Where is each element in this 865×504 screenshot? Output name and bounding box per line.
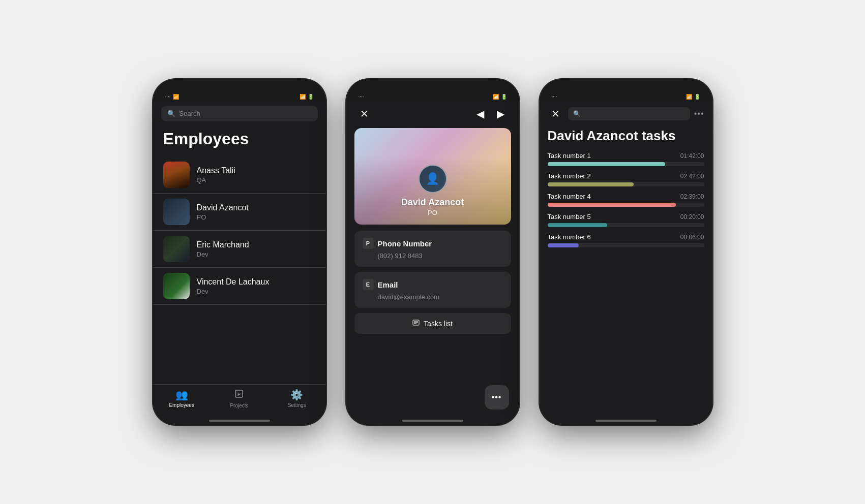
prev-button[interactable]: ◀	[472, 106, 489, 122]
tasks-header: ✕ 🔍 •••	[540, 102, 712, 124]
task-bar-bg-1	[548, 162, 704, 166]
notch-3	[593, 79, 659, 93]
tab-settings[interactable]: ⚙️ Settings	[268, 389, 325, 408]
task-row-1: Task number 1 01:42:00	[548, 152, 704, 160]
close-button[interactable]: ✕	[356, 106, 373, 122]
task-time-6: 00:06:00	[680, 234, 704, 241]
tasks-search-bar[interactable]: 🔍	[568, 107, 690, 120]
status-icons-left-1: ···· 📶	[165, 94, 179, 100]
employee-role-anass: QA	[197, 176, 316, 184]
phone-tasks: ···· 📶 🔋 ✕ 🔍 ••• David Azancot tasks	[540, 79, 712, 425]
employee-item-david[interactable]: David Azancot PO	[153, 194, 326, 231]
tab-bar: 👥 Employees P Projects ⚙️ Settings	[153, 384, 326, 425]
task-row-6: Task number 6 00:06:00	[548, 233, 704, 241]
employee-name-eric: Eric Marchand	[197, 240, 316, 249]
task-name-2: Task number 2	[548, 172, 591, 180]
task-item-6[interactable]: Task number 6 00:06:00	[548, 233, 704, 247]
tab-projects[interactable]: P Projects	[211, 389, 268, 408]
status-icons-right-1: 📶 🔋	[300, 94, 314, 100]
avatar-anass	[163, 162, 190, 188]
avatar-vincent	[163, 273, 190, 299]
employee-item-eric[interactable]: Eric Marchand Dev	[153, 231, 326, 268]
home-indicator-1	[209, 420, 270, 422]
task-time-1: 01:42:00	[680, 152, 704, 160]
search-placeholder: Search	[180, 110, 200, 117]
task-row-2: Task number 2 02:42:00	[548, 172, 704, 180]
employee-name-anass: Anass Talii	[197, 166, 316, 175]
task-bar-bg-6	[548, 243, 704, 247]
task-name-4: Task number 4	[548, 193, 591, 200]
employee-info-david: David Azancot PO	[197, 203, 316, 221]
task-bar-fill-5	[548, 223, 607, 227]
employee-item-vincent[interactable]: Vincent De Lachaux Dev	[153, 268, 326, 305]
tasks-search-icon: 🔍	[573, 110, 581, 117]
employee-role-david: PO	[197, 213, 316, 221]
nav-arrows: ◀ ▶	[472, 106, 509, 122]
task-bar-bg-4	[548, 203, 704, 207]
task-bar-fill-2	[548, 182, 634, 186]
svg-text:P: P	[237, 392, 241, 397]
phone-employees: ···· 📶 📶 🔋 🔍 Search Employees	[153, 79, 326, 425]
employee-info-eric: Eric Marchand Dev	[197, 240, 316, 258]
profile-name: David Azancot	[363, 197, 503, 208]
tasks-close-button[interactable]: ✕	[548, 106, 564, 122]
task-time-5: 00:20:00	[680, 213, 704, 220]
tab-employees-label: Employees	[169, 402, 194, 408]
profile-avatar	[419, 165, 447, 193]
phone2-content: ✕ ◀ ▶ David Azancot PO P Phone Number	[346, 102, 519, 425]
task-item-5[interactable]: Task number 5 00:20:00	[548, 213, 704, 227]
task-row-4: Task number 4 02:39:00	[548, 193, 704, 200]
task-bar-fill-6	[548, 243, 579, 247]
tasks-title: David Azancot tasks	[540, 124, 712, 152]
profile-role: PO	[363, 209, 503, 216]
status-icons-left-3: ····	[552, 94, 557, 100]
task-item-1[interactable]: Task number 1 01:42:00	[548, 152, 704, 166]
employee-item-anass[interactable]: Anass Talii QA	[153, 156, 326, 194]
settings-icon: ⚙️	[290, 389, 303, 401]
status-icons-right-3: 📶 🔋	[686, 94, 700, 100]
employees-title: Employees	[153, 128, 326, 156]
status-icons-left-2: ····	[359, 94, 364, 100]
tasks-list-icon	[412, 319, 420, 328]
task-time-2: 02:42:00	[680, 173, 704, 180]
task-item-4[interactable]: Task number 4 02:39:00	[548, 193, 704, 207]
task-row-5: Task number 5 00:20:00	[548, 213, 704, 220]
employee-name-david: David Azancot	[197, 203, 316, 212]
task-item-2[interactable]: Task number 2 02:42:00	[548, 172, 704, 186]
phone-badge: P	[363, 238, 374, 249]
phone-number-label: Phone Number	[378, 239, 432, 248]
task-name-1: Task number 1	[548, 152, 591, 160]
tab-settings-label: Settings	[288, 402, 306, 408]
phone-number-value: (802) 912 8483	[363, 252, 503, 260]
task-bar-fill-1	[548, 162, 665, 166]
task-list: Task number 1 01:42:00 Task number 2 02:…	[540, 152, 712, 425]
next-button[interactable]: ▶	[493, 106, 509, 122]
task-bar-fill-4	[548, 203, 676, 207]
projects-icon: P	[234, 389, 244, 401]
tab-employees[interactable]: 👥 Employees	[153, 389, 211, 408]
search-bar[interactable]: 🔍 Search	[161, 106, 318, 121]
employee-name-vincent: Vincent De Lachaux	[197, 277, 316, 287]
employee-role-eric: Dev	[197, 250, 316, 258]
tasks-list-label: Tasks list	[424, 320, 453, 328]
tasks-list-button[interactable]: Tasks list	[354, 313, 511, 334]
phone-detail: ···· 📶 🔋 ✕ ◀ ▶ David Azancot P	[346, 79, 519, 425]
notch	[206, 79, 273, 93]
task-bar-bg-2	[548, 182, 704, 186]
phone3-content: ✕ 🔍 ••• David Azancot tasks Task number …	[540, 102, 712, 425]
employees-icon: 👥	[175, 389, 188, 401]
profile-card: David Azancot PO	[354, 128, 511, 225]
email-badge: E	[363, 279, 374, 290]
profile-card-overlay: David Azancot PO	[354, 156, 511, 225]
tab-projects-label: Projects	[230, 403, 248, 408]
employee-info-vincent: Vincent De Lachaux Dev	[197, 277, 316, 295]
search-icon: 🔍	[167, 110, 175, 117]
task-bar-bg-5	[548, 223, 704, 227]
employee-list: Anass Talii QA David Azancot PO	[153, 156, 326, 384]
task-time-4: 02:39:00	[680, 193, 704, 200]
tasks-more-button[interactable]: •••	[694, 109, 704, 118]
task-name-6: Task number 6	[548, 233, 591, 241]
home-indicator-2	[402, 420, 463, 422]
fab-button[interactable]: •••	[485, 385, 509, 410]
fab-icon: •••	[492, 393, 502, 402]
